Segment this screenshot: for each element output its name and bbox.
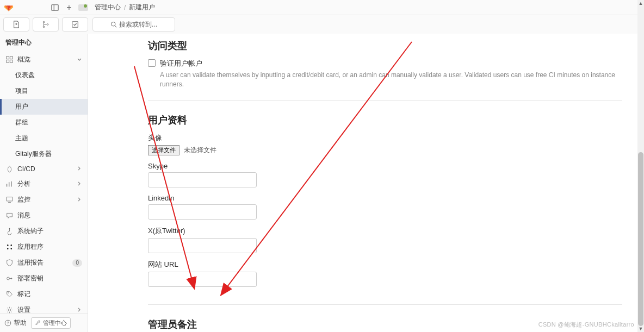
gear-icon	[5, 306, 13, 314]
key-icon	[5, 275, 13, 283]
admin-link-button[interactable]: 管理中心	[31, 317, 71, 329]
breadcrumb-current: 新建用户	[129, 3, 155, 12]
svg-point-17	[7, 248, 8, 249]
sidebar-footer: ? 帮助 管理中心	[0, 314, 88, 332]
validate-help-text: A user can validate themselves by inputt…	[160, 71, 622, 89]
chart-icon	[5, 180, 13, 188]
help-icon: ?	[4, 320, 11, 327]
scroll-thumb[interactable]	[638, 152, 643, 326]
svg-rect-9	[10, 57, 13, 59]
svg-point-21	[8, 309, 10, 311]
linkedin-label: Linkedin	[148, 194, 622, 202]
sidebar-item-overview[interactable]: 概览	[0, 52, 88, 67]
secondary-bar: 搜索或转到...	[0, 15, 644, 34]
sidebar-sub-gitaly[interactable]: Gitaly服务器	[0, 146, 88, 162]
svg-point-6	[111, 22, 115, 27]
add-button[interactable]: +	[63, 2, 75, 14]
breadcrumb: 管理中心 / 新建用户	[95, 3, 155, 12]
scroll-up-arrow[interactable]: ▲	[637, 0, 644, 7]
tag-icon	[5, 291, 13, 298]
gitlab-logo[interactable]	[1, 0, 16, 15]
dashboard-icon	[5, 56, 13, 64]
sidebar-sub-projects[interactable]: 项目	[0, 83, 88, 99]
validate-user-checkbox[interactable]	[148, 59, 156, 67]
file-status: 未选择文件	[184, 146, 216, 155]
svg-point-18	[10, 248, 11, 249]
svg-point-16	[10, 245, 11, 246]
tanuki-icon	[4, 3, 14, 12]
todo-button[interactable]	[62, 17, 88, 32]
new-file-button[interactable]	[3, 17, 29, 32]
sidebar-item-labels[interactable]: 标记	[0, 286, 88, 302]
sidebar-item-monitoring[interactable]: 监控	[0, 192, 88, 208]
sidebar-sub-dashboard[interactable]: 仪表盘	[0, 67, 88, 83]
profile-title: 用户资料	[148, 114, 622, 127]
svg-point-15	[7, 245, 8, 246]
svg-rect-8	[6, 57, 9, 59]
linkedin-input[interactable]	[148, 204, 257, 220]
access-title: 访问类型	[148, 39, 622, 52]
panel-toggle-icon[interactable]	[49, 2, 61, 14]
message-icon	[5, 212, 13, 220]
svg-rect-12	[6, 197, 12, 201]
breadcrumb-sep: /	[124, 4, 126, 11]
merge-icon	[42, 21, 49, 28]
svg-point-14	[9, 228, 10, 229]
rocket-icon	[5, 165, 13, 173]
svg-line-7	[115, 26, 116, 27]
svg-point-19	[7, 277, 9, 280]
shield-icon	[5, 259, 13, 267]
svg-point-2	[43, 21, 45, 23]
svg-point-3	[43, 26, 45, 28]
search-icon	[110, 21, 117, 28]
main-content: 访问类型 验证用户帐户 A user can validate themselv…	[88, 34, 644, 332]
chevron-right-icon	[77, 196, 82, 204]
apps-icon	[5, 243, 13, 251]
sidebar-item-apps[interactable]: 应用程序	[0, 239, 88, 255]
skype-label: Skype	[148, 162, 622, 170]
sidebar-item-settings[interactable]: 设置	[0, 302, 88, 314]
chevron-right-icon	[77, 165, 82, 173]
check-icon	[71, 21, 79, 28]
website-input[interactable]	[148, 272, 257, 287]
svg-point-4	[47, 24, 48, 26]
svg-rect-10	[6, 60, 9, 62]
website-label: 网站 URL	[148, 260, 622, 270]
search-box[interactable]: 搜索或转到...	[92, 17, 175, 32]
monitor-icon	[5, 196, 13, 204]
hook-icon	[5, 228, 13, 235]
search-placeholder: 搜索或转到...	[119, 20, 157, 29]
sidebar-sub-groups[interactable]: 群组	[0, 115, 88, 130]
extra-icon[interactable]	[77, 2, 89, 14]
breadcrumb-root[interactable]: 管理中心	[95, 3, 121, 12]
sidebar: 管理中心 概览 仪表盘 项目 用户 群组 主题 Gitaly服务器 CI/CD	[0, 34, 88, 332]
scroll-down-arrow[interactable]: ▼	[637, 325, 644, 332]
svg-rect-11	[10, 60, 13, 62]
chevron-right-icon	[77, 306, 82, 314]
profile-section: 用户资料 头像 选择文件 未选择文件 Skype Linkedin	[148, 114, 622, 305]
sidebar-title: 管理中心	[0, 34, 88, 52]
skype-input[interactable]	[148, 172, 257, 187]
watermark: CSDN @鲍海超-GNUBHCkalitarro	[538, 321, 634, 329]
access-section: 访问类型 验证用户帐户 A user can validate themselv…	[148, 39, 622, 101]
sidebar-item-analytics[interactable]: 分析	[0, 176, 88, 192]
svg-point-20	[8, 292, 9, 293]
sidebar-item-deploykeys[interactable]: 部署密钥	[0, 271, 88, 286]
svg-rect-0	[52, 4, 58, 10]
sidebar-item-abuse[interactable]: 滥用报告 0	[0, 255, 88, 271]
page-scrollbar[interactable]: ▲ ▼	[637, 0, 644, 332]
merge-button[interactable]	[33, 17, 59, 32]
wrench-icon	[35, 320, 41, 326]
sidebar-item-hooks[interactable]: 系统钩子	[0, 223, 88, 239]
topbar: + 管理中心 / 新建用户	[0, 0, 644, 15]
sidebar-item-messages[interactable]: 消息	[0, 208, 88, 223]
help-button[interactable]: ? 帮助	[4, 318, 27, 328]
twitter-input[interactable]	[148, 238, 257, 253]
choose-file-button[interactable]: 选择文件	[148, 145, 179, 155]
sidebar-item-cicd[interactable]: CI/CD	[0, 162, 88, 176]
sidebar-sub-topics[interactable]: 主题	[0, 130, 88, 146]
chevron-right-icon	[77, 180, 82, 188]
abuse-badge: 0	[72, 259, 82, 267]
sidebar-sub-users[interactable]: 用户	[0, 99, 88, 115]
svg-text:?: ?	[7, 321, 9, 325]
